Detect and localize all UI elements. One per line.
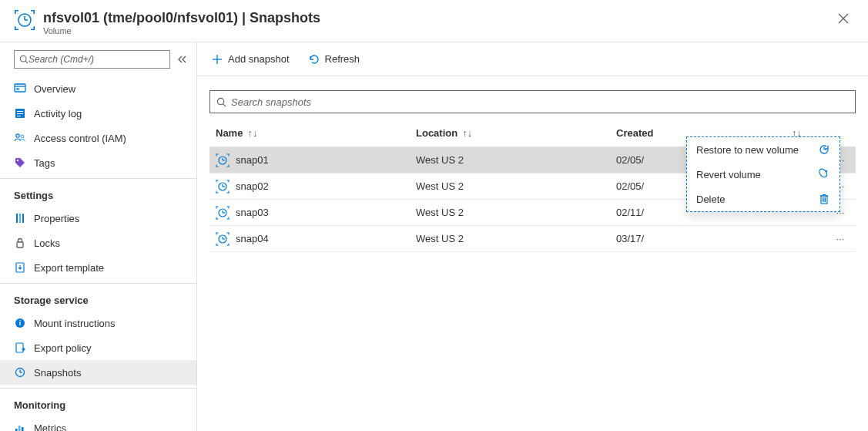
svg-rect-1 (15, 10, 16, 14)
sidebar-item-label: Snapshots (34, 367, 81, 379)
export-template-icon (14, 261, 26, 274)
snapshot-icon (216, 153, 230, 167)
snapshot-name: snap03 (236, 207, 269, 218)
tags-icon (14, 157, 26, 169)
search-icon (216, 97, 226, 107)
sidebar-item-label: Export policy (34, 342, 91, 354)
snapshot-icon (216, 180, 230, 194)
sidebar-section-label: Settings (0, 182, 196, 206)
svg-point-41 (217, 98, 223, 104)
svg-rect-68 (229, 206, 230, 208)
snapshot-search-input[interactable] (231, 96, 849, 108)
row-context-menu: Restore to new volume Revert volume Dele… (686, 136, 840, 212)
row-more-button[interactable]: ··· (825, 233, 856, 244)
sidebar-item-properties[interactable]: Properties (0, 206, 196, 231)
svg-rect-19 (17, 111, 23, 112)
sidebar-search[interactable] (14, 50, 170, 69)
plus-icon (211, 53, 223, 66)
sidebar-section-label: Monitoring (0, 392, 196, 416)
sidebar-item-label: Access control (IAM) (34, 133, 126, 144)
svg-rect-27 (22, 214, 24, 223)
snapshot-name: snap04 (236, 233, 269, 244)
volume-snapshot-icon (14, 9, 35, 31)
svg-rect-17 (16, 88, 19, 90)
export-policy-icon (14, 342, 26, 354)
locks-icon (14, 237, 26, 249)
svg-rect-81 (216, 243, 217, 245)
svg-point-90 (826, 170, 827, 172)
snapshots-icon (14, 366, 26, 379)
sidebar-item-label: Export template (34, 262, 104, 274)
sort-icon: ↑↓ (247, 127, 257, 139)
svg-rect-79 (229, 232, 230, 234)
svg-rect-59 (216, 190, 217, 193)
revert-icon (818, 168, 830, 180)
svg-point-13 (20, 56, 26, 62)
sidebar-item-snapshots[interactable]: Snapshots (0, 360, 196, 385)
column-header-location[interactable]: Location ↑↓ (416, 127, 616, 139)
svg-rect-50 (229, 164, 230, 167)
sidebar-item-export-template[interactable]: Export template (0, 255, 196, 280)
svg-point-22 (16, 134, 19, 137)
svg-rect-48 (216, 164, 217, 167)
close-button[interactable] (834, 9, 853, 28)
column-header-name[interactable]: Name ↑↓ (216, 127, 416, 139)
svg-rect-37 (18, 426, 21, 431)
blade-title: nfsvol01 (tme/pool0/nfsvol01) | Snapshot… (43, 9, 834, 26)
svg-rect-28 (17, 242, 23, 247)
add-snapshot-button[interactable]: Add snapshot (203, 47, 297, 72)
snapshot-location: West US 2 (416, 180, 616, 192)
svg-rect-32 (16, 343, 23, 352)
sidebar-item-label: Activity log (34, 108, 82, 120)
svg-text:i: i (19, 319, 22, 327)
svg-rect-21 (17, 116, 21, 116)
svg-rect-38 (22, 427, 24, 431)
context-menu-revert[interactable]: Revert volume (687, 162, 840, 187)
refresh-button[interactable]: Refresh (300, 47, 368, 72)
sidebar-item-mount-instructions[interactable]: iMount instructions (0, 311, 196, 335)
metrics-icon (14, 422, 26, 431)
sidebar-item-activity-log[interactable]: Activity log (0, 101, 196, 126)
svg-point-89 (818, 168, 829, 179)
context-menu-delete[interactable]: Delete (687, 187, 840, 211)
sidebar-item-label: Mount instructions (34, 318, 116, 329)
sidebar-search-input[interactable] (28, 54, 165, 65)
refresh-icon (308, 53, 320, 66)
collapse-sidebar-button[interactable] (178, 55, 187, 64)
toolbar: Add snapshot Refresh (197, 42, 868, 76)
activity-log-icon (14, 107, 26, 120)
sidebar-section-label: Storage service (0, 287, 196, 311)
svg-rect-57 (229, 180, 230, 182)
add-snapshot-label: Add snapshot (228, 53, 290, 65)
table-row[interactable]: snap04West US 203/17/··· (209, 226, 856, 252)
sidebar-item-metrics[interactable]: Metrics (0, 416, 196, 431)
snapshot-icon (216, 232, 230, 246)
sidebar-item-overview[interactable]: Overview (0, 76, 196, 101)
svg-rect-61 (229, 190, 230, 193)
sidebar-item-label: Metrics (34, 423, 66, 432)
svg-rect-83 (229, 243, 230, 245)
sidebar-item-tags[interactable]: Tags (0, 150, 196, 175)
sidebar-item-export-policy[interactable]: Export policy (0, 335, 196, 360)
snapshot-location: West US 2 (416, 207, 616, 218)
svg-rect-77 (216, 232, 217, 234)
sidebar-item-label: Properties (34, 213, 79, 224)
sidebar-item-label: Overview (34, 83, 75, 95)
blade-subtitle: Volume (43, 26, 834, 35)
mount-icon: i (14, 317, 26, 329)
svg-point-24 (17, 160, 18, 161)
search-icon (19, 55, 28, 64)
svg-rect-26 (19, 214, 21, 223)
sort-icon: ↑↓ (462, 127, 472, 139)
svg-rect-7 (34, 26, 35, 30)
svg-rect-5 (15, 26, 16, 30)
context-menu-restore[interactable]: Restore to new volume (687, 137, 840, 162)
svg-rect-70 (216, 217, 217, 219)
svg-point-23 (21, 135, 24, 138)
svg-rect-72 (229, 217, 230, 219)
sidebar-item-access-control-iam-[interactable]: Access control (IAM) (0, 126, 196, 150)
properties-icon (14, 212, 26, 224)
sidebar-item-locks[interactable]: Locks (0, 231, 196, 255)
snapshot-search[interactable] (209, 90, 856, 113)
sidebar-item-label: Locks (34, 237, 60, 249)
